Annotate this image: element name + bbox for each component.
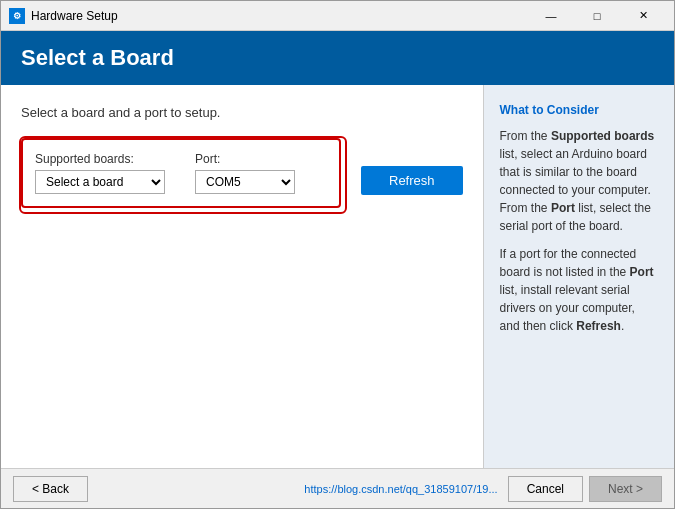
port-select[interactable]: COM5 COM3 COM4 [195,170,295,194]
bold-port-2: Port [630,265,654,279]
back-button[interactable]: < Back [13,476,88,502]
right-panel: What to Consider From the Supported boar… [483,85,674,468]
app-icon: ⚙ [9,8,25,24]
port-field-group: Port: COM5 COM3 COM4 [195,152,295,194]
right-panel-paragraph2: If a port for the connected board is not… [500,245,658,335]
main-content: Select a board and a port to setup. Supp… [1,85,674,468]
board-select[interactable]: Select a board Arduino Uno Arduino Mega [35,170,165,194]
page-header: Select a Board [1,31,674,85]
right-panel-title: What to Consider [500,101,658,119]
board-port-row: Supported boards: Select a board Arduino… [35,152,327,194]
bold-supported-boards: Supported boards [551,129,654,143]
instruction-text: Select a board and a port to setup. [21,105,463,120]
title-bar: ⚙ Hardware Setup — □ ✕ [1,1,674,31]
selection-box: Supported boards: Select a board Arduino… [21,138,341,208]
app-icon-label: ⚙ [13,11,21,21]
bold-refresh: Refresh [576,319,621,333]
board-field-group: Supported boards: Select a board Arduino… [35,152,165,194]
refresh-button[interactable]: Refresh [361,166,463,195]
cancel-button[interactable]: Cancel [508,476,583,502]
port-label: Port: [195,152,295,166]
next-button[interactable]: Next > [589,476,662,502]
footer-left: < Back [13,476,304,502]
right-panel-paragraph1: From the Supported boards list, select a… [500,127,658,235]
footer-link[interactable]: https://blog.csdn.net/qq_31859107/19... [304,483,497,495]
minimize-button[interactable]: — [528,1,574,31]
footer: < Back https://blog.csdn.net/qq_31859107… [1,468,674,508]
close-button[interactable]: ✕ [620,1,666,31]
maximize-button[interactable]: □ [574,1,620,31]
title-bar-text: Hardware Setup [31,9,528,23]
page-title: Select a Board [21,45,654,71]
bold-port: Port [551,201,575,215]
refresh-container: Refresh [361,138,463,195]
window-controls: — □ ✕ [528,1,666,31]
board-refresh-row: Supported boards: Select a board Arduino… [21,138,463,208]
boards-label: Supported boards: [35,152,165,166]
footer-right: Cancel Next > [508,476,662,502]
left-panel: Select a board and a port to setup. Supp… [1,85,483,468]
